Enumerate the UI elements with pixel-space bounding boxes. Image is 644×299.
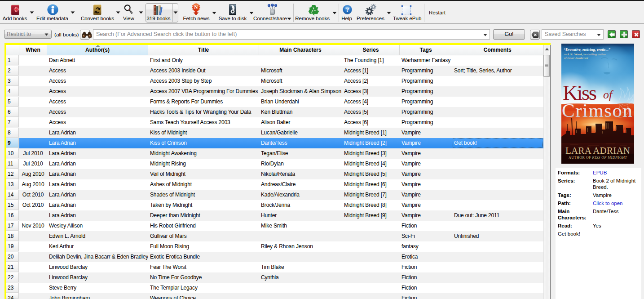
svg-text:“Evocative, enticing, erotic..: “Evocative, enticing, erotic...” bbox=[564, 48, 611, 52]
svg-text:?: ? bbox=[346, 6, 349, 13]
svg-text:—J. R. Ward, bestselling autho: —J. R. Ward, bestselling author bbox=[564, 53, 606, 56]
svg-text:LARA ADRIAN: LARA ADRIAN bbox=[565, 145, 630, 156]
svg-text:N: N bbox=[194, 4, 198, 10]
svg-text:Crimson: Crimson bbox=[562, 100, 632, 121]
svg-text:of Lover Awakened: of Lover Awakened bbox=[564, 56, 588, 60]
svg-text:AUTHOR OF KISS OF MIDNIGHT: AUTHOR OF KISS OF MIDNIGHT bbox=[569, 156, 627, 160]
